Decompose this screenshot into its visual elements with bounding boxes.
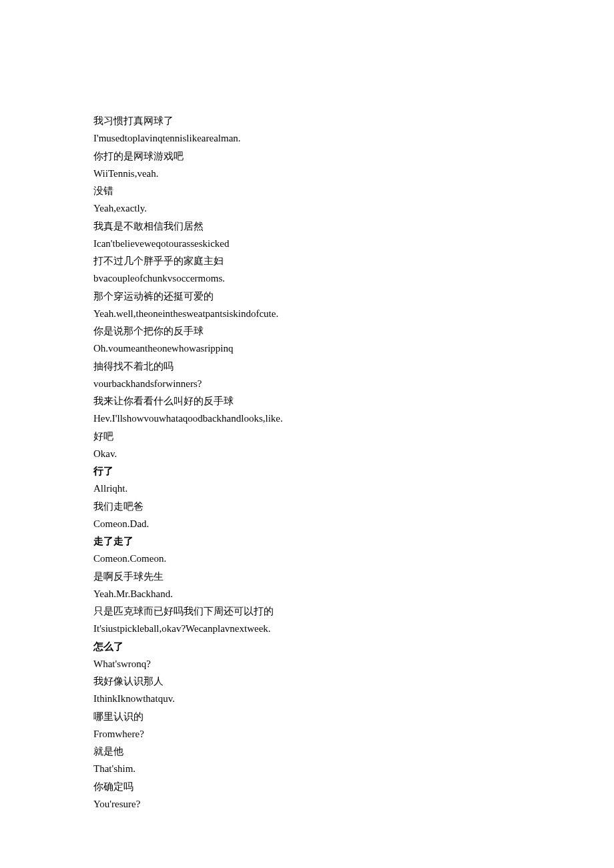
text-line: I'musedtoplavinqtennislikearealman.: [93, 129, 521, 147]
text-line: 好吧: [93, 428, 521, 445]
text-line: 你是说那个把你的反手球: [93, 322, 521, 340]
text-line: Yeah,exactly.: [93, 199, 521, 217]
text-line: Oh.voumeantheonewhowasrippinq: [93, 340, 521, 357]
text-line: 我真是不敢相信我们居然: [93, 218, 521, 235]
text-line: Fromwhere?: [93, 725, 521, 743]
text-line: 我习惯打真网球了: [93, 112, 521, 129]
text-line: 我来让你看看什么叫好的反手球: [93, 392, 521, 410]
text-line: 怎么了: [93, 638, 521, 655]
text-line: Yeah.well,theoneinthesweatpantsiskindofc…: [93, 305, 521, 322]
text-line: vourbackhandsforwinners?: [93, 375, 521, 392]
text-line: 我们走吧爸: [93, 498, 521, 515]
text-line: 那个穿运动裤的还挺可爱的: [93, 288, 521, 305]
text-line: Comeon.Dad.: [93, 515, 521, 532]
text-line: That'shim.: [93, 760, 521, 777]
text-line: WiiTennis,veah.: [93, 165, 521, 182]
text-line: 是啊反手球先生: [93, 568, 521, 585]
text-line: 抽得找不着北的吗: [93, 358, 521, 375]
document-page: 我习惯打真网球了I'musedtoplavinqtennislikearealm…: [0, 0, 614, 853]
text-line: 你打的是网球游戏吧: [93, 147, 521, 165]
text-line: 我好像认识那人: [93, 673, 521, 690]
text-line: bvacoupleofchunkvsoccermoms.: [93, 270, 521, 287]
text-line: 走了走了: [93, 532, 521, 550]
text-line: What'swronq?: [93, 655, 521, 673]
text-line: 没错: [93, 182, 521, 199]
text-line: Allriqht.: [93, 480, 521, 497]
text-line: Okav.: [93, 445, 521, 462]
text-line: Yeah.Mr.Backhand.: [93, 585, 521, 602]
text-line: It'siustpickleball,okav?Wecanplavnextwee…: [93, 620, 521, 637]
text-line: IthinkIknowthatquv.: [93, 690, 521, 707]
text-line: Hev.I'llshowvouwhataqoodbackhandlooks,li…: [93, 410, 521, 427]
text-line: 只是匹克球而已好吗我们下周还可以打的: [93, 602, 521, 620]
text-line: 哪里认识的: [93, 708, 521, 725]
text-line: You'resure?: [93, 795, 521, 813]
text-line: 行了: [93, 462, 521, 480]
text-line: Ican'tbelieveweqotourasseskicked: [93, 235, 521, 252]
text-line: 打不过几个胖乎乎的家庭主妇: [93, 252, 521, 270]
text-line: 你确定吗: [93, 778, 521, 795]
text-line: 就是他: [93, 743, 521, 760]
text-line: Comeon.Comeon.: [93, 550, 521, 567]
